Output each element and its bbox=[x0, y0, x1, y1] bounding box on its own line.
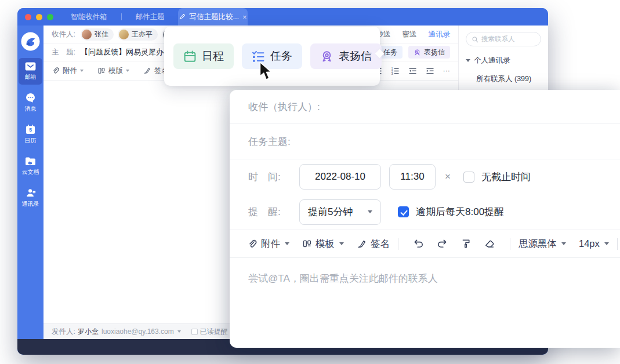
svg-text:5: 5 bbox=[29, 127, 32, 133]
tab-close-icon[interactable]: × bbox=[242, 13, 247, 21]
schedule-button[interactable]: 日程 bbox=[173, 43, 234, 69]
numbered-list-icon[interactable]: 1 2 3 bbox=[391, 67, 400, 75]
bcc-link[interactable]: 密送 bbox=[403, 30, 417, 39]
toolbar-divider bbox=[510, 238, 510, 250]
attach-label: 附件 bbox=[63, 66, 77, 76]
chevron-down-icon bbox=[126, 70, 129, 72]
zoom-window-button[interactable] bbox=[47, 14, 53, 20]
sidebar-item-cloud-docs[interactable]: 云文档 bbox=[19, 152, 42, 180]
praise-chip[interactable]: 表扬信 bbox=[408, 46, 450, 59]
tab-divider bbox=[121, 13, 122, 20]
more-tools-button[interactable]: ··· bbox=[443, 67, 451, 75]
sidebar-item-calendar[interactable]: 5 日历 bbox=[19, 121, 42, 148]
overdue-remind-label: 逾期后每天8:00提醒 bbox=[416, 205, 504, 219]
eraser-button[interactable] bbox=[484, 238, 495, 249]
recipient-chip[interactable]: 王亦平 bbox=[118, 28, 158, 41]
tab-mail-subject[interactable]: 邮件主题 bbox=[136, 12, 165, 22]
assignee-label: 收件（执行人）: bbox=[248, 100, 320, 114]
eraser-icon bbox=[484, 238, 495, 249]
minimize-window-button[interactable] bbox=[36, 14, 42, 20]
task-subject-row[interactable]: 任务主题: bbox=[230, 124, 620, 159]
contacts-group-personal[interactable]: 个人通讯录 bbox=[459, 53, 548, 68]
subject-label: 主 题: bbox=[52, 48, 75, 57]
sidebar-item-label: 邮箱 bbox=[25, 73, 37, 81]
chevron-down-icon bbox=[285, 242, 289, 245]
recipient-chip[interactable]: 张佳 bbox=[81, 28, 114, 41]
font-family-select[interactable]: 思源黑体 bbox=[519, 238, 566, 250]
sidebar-nav: 邮箱 消息 5 bbox=[17, 58, 43, 212]
app-logo[interactable] bbox=[21, 32, 40, 51]
editor-placeholder: 尝试@TA，圈出需重点关注此邮件的联系人 bbox=[248, 273, 438, 284]
template-button[interactable]: 模版 bbox=[97, 66, 129, 76]
remind-select[interactable]: 提前5分钟 bbox=[299, 199, 381, 225]
signature-button[interactable]: 签名 bbox=[357, 238, 390, 250]
chat-icon bbox=[26, 93, 36, 103]
tab-compose-label: 写信主题比较... bbox=[189, 12, 238, 22]
chevron-down-icon[interactable] bbox=[177, 330, 181, 333]
search-placeholder: 搜索联系人 bbox=[481, 35, 515, 43]
read-receipt-label: 已读提醒 bbox=[200, 327, 228, 337]
indent-icon[interactable] bbox=[426, 67, 434, 75]
template-icon bbox=[97, 67, 106, 75]
format-painter-button[interactable] bbox=[461, 238, 472, 249]
font-size-value: 14px bbox=[579, 238, 600, 249]
avatar bbox=[82, 30, 92, 39]
attach-label: 附件 bbox=[261, 238, 280, 250]
attach-button[interactable]: 附件 bbox=[52, 66, 84, 76]
toolbar-divider bbox=[398, 238, 398, 250]
redo-button[interactable] bbox=[437, 238, 448, 249]
person-icon bbox=[26, 188, 36, 198]
chevron-down-icon bbox=[561, 242, 566, 245]
medal-icon bbox=[414, 49, 421, 56]
close-window-button[interactable] bbox=[25, 14, 31, 20]
sidebar-item-mail[interactable]: 邮箱 bbox=[19, 58, 42, 85]
time-row: 时 间: 2022-08-10 11:30 × 无截止时间 bbox=[230, 159, 620, 194]
sidebar-item-contacts[interactable]: 通讯录 bbox=[19, 184, 42, 212]
assignee-row[interactable]: 收件（执行人）: bbox=[230, 90, 620, 124]
contacts-group-label: 个人通讯录 bbox=[474, 56, 510, 65]
template-icon bbox=[302, 239, 312, 249]
titlebar: 智能收件箱 邮件主题 写信主题比较... × bbox=[17, 8, 548, 26]
calendar-icon: 5 bbox=[26, 125, 35, 134]
tab-compose-active[interactable]: 写信主题比较... × bbox=[178, 8, 248, 26]
signature-pen-icon bbox=[143, 67, 151, 75]
time-label: 时 间: bbox=[248, 170, 299, 184]
calendar-outline-icon bbox=[183, 50, 197, 63]
chevron-down-icon bbox=[604, 242, 609, 245]
read-receipt-checkbox[interactable] bbox=[191, 329, 198, 335]
praise-letter-button[interactable]: 表扬信 bbox=[310, 43, 382, 69]
medal-icon bbox=[320, 50, 333, 63]
paperclip-icon bbox=[247, 239, 258, 249]
app-sidebar: 邮箱 消息 5 bbox=[17, 26, 43, 339]
chevron-down-icon bbox=[339, 242, 344, 245]
contact-search-input[interactable]: 搜索联系人 bbox=[466, 32, 541, 46]
task-editor-body[interactable]: 尝试@TA，圈出需重点关注此邮件的联系人 bbox=[230, 258, 620, 348]
list-format-group: 1 2 3 ··· bbox=[374, 67, 451, 75]
redo-icon bbox=[437, 238, 448, 249]
pencil-icon bbox=[179, 13, 186, 20]
signature-label: 签名 bbox=[371, 238, 390, 250]
task-editor-toolbar: 附件 模板 签名 bbox=[230, 230, 620, 258]
remind-label: 提 醒: bbox=[248, 205, 299, 219]
template-label: 模板 bbox=[316, 238, 335, 250]
tab-smart-inbox[interactable]: 智能收件箱 bbox=[71, 12, 107, 22]
time-input[interactable]: 11:30 bbox=[389, 164, 436, 190]
praise-button-label: 表扬信 bbox=[339, 49, 372, 64]
schedule-button-label: 日程 bbox=[202, 49, 224, 64]
date-input[interactable]: 2022-08-10 bbox=[299, 164, 381, 190]
no-deadline-checkbox[interactable] bbox=[463, 172, 474, 183]
font-size-select[interactable]: 14px bbox=[579, 238, 609, 249]
chevron-down-icon bbox=[368, 210, 372, 213]
outdent-icon[interactable] bbox=[408, 67, 417, 75]
attach-button[interactable]: 附件 bbox=[247, 238, 289, 250]
undo-button[interactable] bbox=[413, 238, 424, 249]
template-label: 模版 bbox=[108, 66, 123, 76]
clear-time-button[interactable]: × bbox=[445, 171, 451, 183]
template-button[interactable]: 模板 bbox=[302, 238, 344, 250]
sidebar-item-messages[interactable]: 消息 bbox=[19, 89, 42, 117]
overdue-remind-checkbox[interactable] bbox=[398, 206, 409, 217]
avatar bbox=[119, 30, 129, 39]
contacts-link[interactable]: 通讯录 bbox=[429, 30, 451, 39]
sidebar-item-label: 通讯录 bbox=[22, 200, 39, 208]
contacts-all-item[interactable]: 所有联系人 (399) bbox=[459, 68, 548, 84]
